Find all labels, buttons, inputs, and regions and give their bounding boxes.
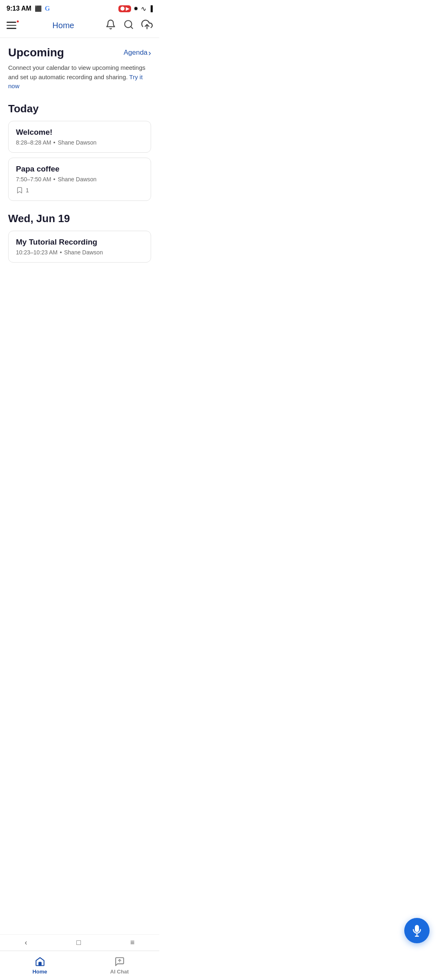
- battery-icon: ▐: [149, 5, 153, 12]
- search-button[interactable]: [123, 19, 134, 31]
- meeting-meta: 10:23–10:23 AM Shane Dawson: [16, 249, 143, 256]
- bookmark-icon: [16, 187, 23, 194]
- meeting-host: Shane Dawson: [58, 139, 96, 146]
- wed-section: Wed, Jun 19: [8, 212, 151, 225]
- meeting-host: Shane Dawson: [64, 249, 103, 256]
- meeting-card[interactable]: Welcome! 8:28–8:28 AM Shane Dawson: [8, 121, 151, 153]
- svg-line-1: [131, 27, 133, 29]
- upcoming-description: Connect your calendar to view upcoming m…: [8, 63, 151, 91]
- status-bar: 9:13 AM ⬛ G ▶ ✹ ∿ ▐: [0, 0, 159, 15]
- notification-button[interactable]: [105, 19, 116, 31]
- main-content: Upcoming Agenda Connect your calendar to…: [0, 38, 159, 316]
- today-section: Today: [8, 102, 151, 115]
- meeting-tag: 1: [16, 187, 143, 194]
- app-header: Home: [0, 15, 159, 38]
- recording-badge: ▶: [118, 5, 131, 12]
- tag-count: 1: [26, 187, 29, 194]
- meta-dot: [53, 142, 55, 143]
- meeting-time: 8:28–8:28 AM: [16, 139, 51, 146]
- menu-notification-dot: [16, 20, 20, 23]
- meeting-time: 7:50–7:50 AM: [16, 176, 51, 183]
- header-title: Home: [52, 21, 74, 30]
- upcoming-title: Upcoming: [8, 46, 64, 59]
- meta-dot: [53, 178, 55, 180]
- header-actions: [105, 19, 153, 32]
- meeting-host: Shane Dawson: [58, 176, 96, 183]
- meeting-meta: 8:28–8:28 AM Shane Dawson: [16, 139, 143, 146]
- meeting-title: Welcome!: [16, 128, 143, 137]
- upload-button[interactable]: [141, 19, 153, 32]
- wed-title: Wed, Jun 19: [8, 212, 151, 225]
- status-time: 9:13 AM: [7, 5, 31, 12]
- meta-dot: [60, 252, 62, 253]
- google-icon: G: [45, 5, 50, 12]
- agenda-link[interactable]: Agenda: [124, 48, 151, 58]
- video-icon: ⬛: [35, 5, 42, 12]
- meeting-card[interactable]: Papa coffee 7:50–7:50 AM Shane Dawson 1: [8, 158, 151, 201]
- meeting-title: My Tutorial Recording: [16, 238, 143, 247]
- upcoming-section: Upcoming Agenda Connect your calendar to…: [8, 46, 151, 91]
- bluetooth-icon: ✹: [134, 5, 138, 12]
- upcoming-header: Upcoming Agenda: [8, 46, 151, 59]
- meeting-meta: 7:50–7:50 AM Shane Dawson: [16, 176, 143, 183]
- today-title: Today: [8, 102, 151, 115]
- status-right-icons: ▶ ✹ ∿ ▐: [118, 5, 153, 13]
- wifi-icon: ∿: [141, 5, 146, 13]
- meeting-title: Papa coffee: [16, 165, 143, 174]
- meeting-time: 10:23–10:23 AM: [16, 249, 58, 256]
- menu-button[interactable]: [7, 18, 21, 33]
- meeting-card[interactable]: My Tutorial Recording 10:23–10:23 AM Sha…: [8, 231, 151, 263]
